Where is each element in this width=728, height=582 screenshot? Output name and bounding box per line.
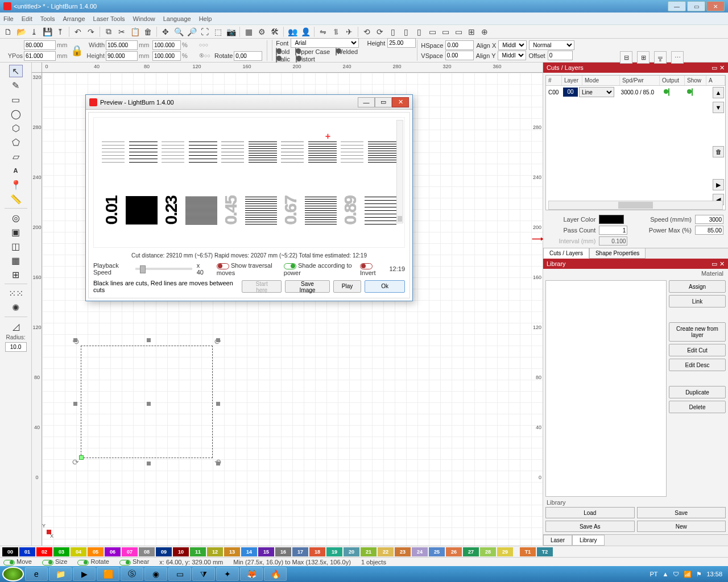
delete-button[interactable]: Delete bbox=[669, 401, 726, 413]
task-media-icon[interactable]: ▶ bbox=[73, 567, 96, 581]
menu-language[interactable]: Language bbox=[163, 15, 191, 22]
move-toggle[interactable] bbox=[3, 560, 15, 566]
play-button[interactable]: Play bbox=[333, 280, 361, 293]
ungroup-icon[interactable]: 👤 bbox=[300, 26, 311, 38]
path-tool-icon[interactable]: ⬠ bbox=[9, 136, 23, 148]
grid-array-icon[interactable]: ⊞ bbox=[9, 268, 23, 281]
width-input[interactable] bbox=[106, 40, 138, 50]
rotate-l-icon[interactable]: ⟲ bbox=[361, 26, 373, 38]
palette-19[interactable]: 19 bbox=[326, 547, 342, 556]
menu-tools[interactable]: Tools bbox=[40, 15, 55, 22]
preview-canvas[interactable]: + 0.01 0.23 0.45 0.67 0.89 bbox=[93, 117, 405, 248]
polygon-tool-icon[interactable]: ⬡ bbox=[9, 122, 23, 134]
panel-close-icon[interactable]: ✕ bbox=[719, 64, 725, 72]
tooltab-T1[interactable]: T1 bbox=[520, 547, 536, 556]
hspace-input[interactable] bbox=[445, 40, 474, 50]
tray-up-icon[interactable]: ▲ bbox=[663, 571, 669, 577]
palette-05[interactable]: 05 bbox=[88, 547, 104, 556]
height-input[interactable] bbox=[106, 51, 138, 61]
powermax-input[interactable] bbox=[695, 226, 723, 235]
ellipse-tool-icon[interactable]: ◯ bbox=[9, 107, 23, 120]
layer-down-icon[interactable]: ▼ bbox=[713, 102, 724, 113]
task-firefox-icon[interactable]: 🦊 bbox=[240, 567, 263, 581]
invert-toggle[interactable] bbox=[360, 263, 373, 269]
size-toggle[interactable] bbox=[42, 560, 53, 566]
menu-window[interactable]: Window bbox=[133, 15, 155, 22]
menu-edit[interactable]: Edit bbox=[22, 15, 32, 22]
mode-select[interactable]: Line bbox=[579, 87, 614, 97]
dialog-minimize-button[interactable]: — bbox=[358, 97, 375, 107]
passcount-input[interactable] bbox=[599, 226, 627, 235]
selection-box[interactable]: ⟲ ⟳ ⟳ ⟲ bbox=[81, 346, 213, 458]
tooltab-T2[interactable]: T2 bbox=[537, 547, 553, 556]
palette-16[interactable]: 16 bbox=[275, 547, 291, 556]
cuts-hscroll[interactable] bbox=[548, 201, 723, 210]
undock-icon[interactable]: ▭ bbox=[712, 64, 717, 72]
more-icon[interactable]: ⋯ bbox=[671, 51, 684, 64]
open-icon[interactable]: 📂 bbox=[15, 26, 27, 38]
task-app-icon[interactable]: 🟧 bbox=[97, 567, 119, 581]
task-ie-icon[interactable]: e bbox=[25, 567, 48, 581]
editdesc-button[interactable]: Edit Desc bbox=[669, 359, 726, 371]
array-tool-icon[interactable]: ▦ bbox=[9, 254, 23, 267]
library-tree[interactable] bbox=[545, 280, 667, 497]
align-l-icon[interactable]: ▯ bbox=[387, 26, 399, 38]
palette-09[interactable]: 09 bbox=[156, 547, 172, 556]
editcut-button[interactable]: Edit Cut bbox=[669, 344, 726, 356]
font-height-input[interactable] bbox=[387, 38, 416, 48]
node-edit-icon[interactable]: ▱ bbox=[9, 150, 23, 163]
palette-27[interactable]: 27 bbox=[463, 547, 479, 556]
color-swatch[interactable] bbox=[599, 215, 624, 224]
show-toggle[interactable] bbox=[692, 88, 693, 96]
group-icon[interactable]: 👥 bbox=[287, 26, 298, 38]
zoomout-icon[interactable]: 🔎 bbox=[186, 26, 197, 38]
duplicate-button[interactable]: Duplicate bbox=[669, 386, 726, 398]
draw-line-icon[interactable]: ✎ bbox=[9, 79, 23, 92]
tray-flag-icon[interactable]: ⚑ bbox=[696, 571, 702, 578]
lock-icon[interactable]: 🔒 bbox=[71, 44, 83, 57]
delete-icon[interactable]: 🗑 bbox=[142, 26, 154, 38]
palette-28[interactable]: 28 bbox=[480, 547, 496, 556]
marker-tool-icon[interactable]: 📍 bbox=[9, 178, 23, 191]
start-button[interactable] bbox=[2, 567, 24, 581]
palette-03[interactable]: 03 bbox=[53, 547, 69, 556]
tab-laser[interactable]: Laser bbox=[543, 535, 572, 546]
new-button[interactable]: New bbox=[637, 521, 726, 532]
paste-icon[interactable]: 📋 bbox=[129, 26, 140, 38]
new-icon[interactable]: 🗋 bbox=[2, 26, 14, 38]
palette-22[interactable]: 22 bbox=[378, 547, 394, 556]
welded-toggle[interactable] bbox=[336, 48, 337, 56]
traversal-toggle[interactable] bbox=[217, 263, 229, 269]
devicesettings-icon[interactable]: 🛠 bbox=[269, 26, 280, 38]
font-select[interactable]: Arial bbox=[291, 38, 359, 48]
task-explorer-icon[interactable]: 📁 bbox=[49, 567, 72, 581]
zoomin-icon[interactable]: 🔍 bbox=[173, 26, 184, 38]
dots-tool-icon[interactable]: ⁙⁙ bbox=[9, 287, 23, 300]
maximize-button[interactable]: ▭ bbox=[687, 1, 705, 11]
send-icon[interactable]: ✈ bbox=[344, 26, 355, 38]
undo-icon[interactable]: ↶ bbox=[72, 26, 84, 38]
speed-input[interactable] bbox=[695, 215, 723, 224]
lib-undock-icon[interactable]: ▭ bbox=[712, 260, 717, 268]
zoomselect-icon[interactable]: ⬚ bbox=[212, 26, 224, 38]
select-tool-icon[interactable]: ↖ bbox=[9, 65, 23, 77]
radius-input[interactable] bbox=[5, 342, 27, 352]
aligny-select[interactable]: Middle bbox=[498, 51, 526, 60]
alignx-select[interactable]: Middle bbox=[498, 40, 527, 50]
vspace-input[interactable] bbox=[445, 51, 474, 60]
dist-both-icon[interactable]: ╦ bbox=[654, 51, 667, 64]
align-m-icon[interactable]: ▭ bbox=[440, 26, 451, 38]
camera-icon[interactable]: 📷 bbox=[225, 26, 237, 38]
text-tool-icon[interactable]: A bbox=[9, 164, 23, 177]
palette-23[interactable]: 23 bbox=[395, 547, 411, 556]
task-tool-icon[interactable]: ✦ bbox=[216, 567, 239, 581]
palette-25[interactable]: 25 bbox=[429, 547, 445, 556]
layer-right-icon[interactable]: ▶ bbox=[713, 179, 724, 190]
palette-12[interactable]: 12 bbox=[207, 547, 223, 556]
palette-18[interactable]: 18 bbox=[309, 547, 325, 556]
center-icon[interactable]: ⊕ bbox=[479, 26, 490, 38]
cut-icon[interactable]: ✂ bbox=[116, 26, 127, 38]
distort-toggle[interactable] bbox=[296, 55, 297, 63]
playback-slider[interactable] bbox=[135, 268, 192, 270]
preview-icon[interactable]: ▦ bbox=[243, 26, 254, 38]
